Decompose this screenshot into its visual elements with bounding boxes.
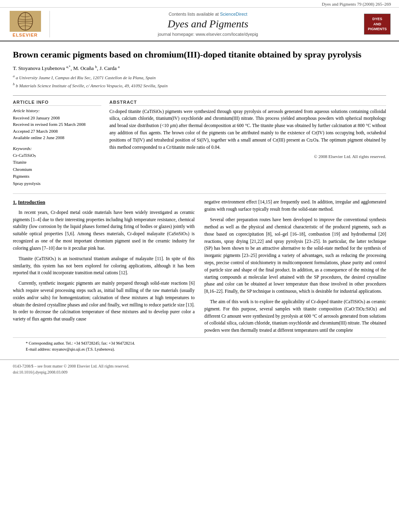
dyes-pigments-box: DYESANDPIGMENTS (364, 14, 390, 35)
abstract-text: Cr-doped titanite (CaTiSiO₅) pigments we… (109, 108, 386, 151)
intro-para-1: In recent years, Cr-doped metal oxide ma… (13, 209, 195, 252)
body-right-col: negative environment effect [14,15] are … (204, 199, 386, 337)
elsevier-logo: ELSEVIER (6, 11, 50, 37)
section-title-text: Introduction (18, 199, 45, 205)
history-online: Available online 2 June 2008 (13, 134, 101, 141)
body-left-col: 1. Introduction In recent years, Cr-dope… (13, 199, 195, 337)
abstract-head: ABSTRACT (109, 100, 386, 106)
intro-section-title: 1. Introduction (13, 199, 195, 206)
footer-copyright: 0143-7208/$ – see front matter © 2008 El… (13, 363, 129, 375)
page-wrapper: Dyes and Pigments 79 (2008) 265–269 ELSE… (0, 0, 399, 378)
keyword-5: Spray pyrolysis (13, 180, 101, 187)
authors-line: T. Stoyanova Lyubenova a,*, M. Ocaña b, … (13, 65, 386, 72)
article-info-col: ARTICLE INFO Article history: Received 2… (13, 100, 101, 187)
article-history: Article history: Received 20 January 200… (13, 108, 101, 141)
history-revised: Received in revised form 25 March 2008 (13, 121, 101, 128)
keyword-4: Pigments (13, 173, 101, 180)
keywords-section: Keywords: Cr-CaTiSiO₅ Titanite Chromium … (13, 146, 101, 187)
journal-right-logo: DYESANDPIGMENTS (361, 14, 393, 35)
divider-1 (13, 95, 386, 96)
journal-header: ELSEVIER Contents lists available at Sci… (0, 8, 399, 41)
page-footer: 0143-7208/$ – see front matter © 2008 El… (0, 359, 399, 378)
keyword-3: Chromium (13, 166, 101, 173)
copyright-line: © 2008 Elsevier Ltd. All rights reserved… (109, 154, 386, 159)
affiliations: a a University Jaume I, Campus del Riu S… (13, 73, 386, 90)
body-divider (13, 193, 386, 194)
abstract-col: ABSTRACT Cr-doped titanite (CaTiSiO₅) pi… (109, 100, 386, 187)
email-note: E-mail address: stoyanov@qio.uji.es (T.S… (26, 346, 373, 352)
article-info-head: ARTICLE INFO (13, 100, 101, 106)
journal-homepage: journal homepage: www.elsevier.com/locat… (55, 32, 361, 37)
right-para-2: Several other preparation routes have be… (204, 216, 386, 295)
article-content: Brown ceramic pigments based on chromium… (0, 41, 399, 359)
journal-title: Dyes and Pigments (55, 18, 361, 30)
keyword-2: Titanite (13, 159, 101, 166)
top-bar: Dyes and Pigments 79 (2008) 265–269 (0, 0, 399, 8)
sciencedirect-link[interactable]: ScienceDirect (220, 12, 247, 16)
keywords-label: Keywords: (13, 146, 101, 151)
section-number: 1. (13, 199, 16, 205)
sciencedirect-line: Contents lists available at ScienceDirec… (55, 12, 361, 16)
keyword-1: Cr-CaTiSiO₅ (13, 152, 101, 159)
intro-para-3: Currently, synthetic inorganic pigments … (13, 280, 195, 323)
body-two-col: 1. Introduction In recent years, Cr-dope… (13, 199, 386, 337)
history-label: Article history: (13, 108, 101, 113)
journal-volume-info: Dyes and Pigments 79 (2008) 265–269 (322, 2, 391, 6)
intro-para-2: Titanite (CaTiSiO₅) is an isostructural … (13, 255, 195, 277)
article-title: Brown ceramic pigments based on chromium… (13, 49, 386, 61)
elsevier-logo-graphic (10, 11, 41, 32)
elsevier-brand-text: ELSEVIER (12, 33, 37, 37)
history-received: Received 20 January 2008 (13, 115, 101, 121)
right-para-3: The aim of this work is to explore the a… (204, 298, 386, 334)
footnote-section: * Corresponding author. Tel.: +34 943728… (13, 337, 386, 352)
journal-center-info: Contents lists available at ScienceDirec… (55, 12, 361, 37)
info-abstract-cols: ARTICLE INFO Article history: Received 2… (13, 100, 386, 187)
corresponding-author-note: * Corresponding author. Tel.: +34 943728… (26, 340, 373, 346)
right-para-1: negative environment effect [14,15] are … (204, 199, 386, 213)
history-accepted: Accepted 27 March 2008 (13, 128, 101, 135)
